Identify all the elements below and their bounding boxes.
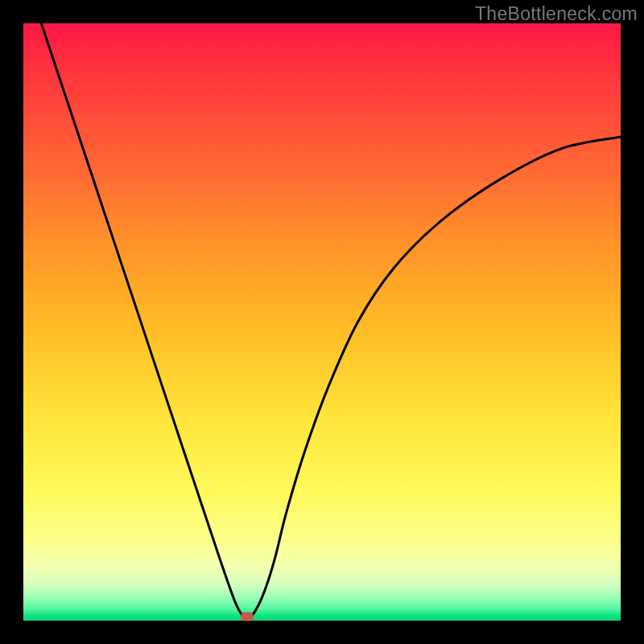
chart-frame: TheBottleneck.com xyxy=(0,0,644,644)
minimum-marker xyxy=(241,612,254,621)
plot-area xyxy=(23,23,621,621)
watermark-text: TheBottleneck.com xyxy=(475,3,638,25)
bottleneck-curve xyxy=(23,23,621,621)
